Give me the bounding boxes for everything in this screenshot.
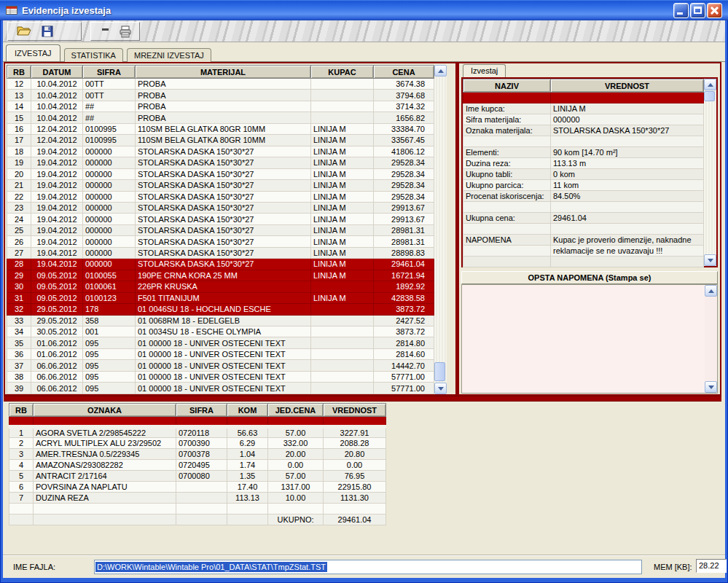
scrollbar-track[interactable]	[705, 297, 717, 381]
detail-row[interactable]: Oznaka materijala: STOLARSKA DASKA 150*3…	[463, 125, 704, 136]
detail-scrollbar[interactable]	[704, 79, 716, 266]
item-row[interactable]	[9, 504, 386, 514]
cell-naziv	[463, 93, 551, 103]
cell-jed-cena: 10.00	[268, 493, 324, 504]
report-row[interactable]: 31 09.05.2012 0100123 F501 TITANIJUM LIN…	[7, 292, 434, 303]
reports-table-body: 12 10.04.2012 00TT PROBA 3674.38 13 10.0…	[7, 79, 434, 394]
arrow-down-icon	[708, 386, 714, 389]
save-button[interactable]	[39, 23, 56, 39]
cell-materijal: 190PE CRNA KORA 25 MM	[136, 270, 311, 281]
report-row[interactable]: 28 19.04.2012 000000 STOLARSKA DASKA 150…	[7, 259, 434, 270]
detail-row[interactable]	[463, 224, 704, 235]
report-row[interactable]: 24 19.04.2012 000000 STOLARSKA DASKA 150…	[7, 214, 434, 224]
cell-rb: 21	[7, 180, 31, 191]
scrollbar-track[interactable]	[434, 77, 447, 383]
report-row[interactable]: 38 06.06.2012 095 01 00000 18 - UNIVER O…	[7, 371, 434, 382]
detail-row[interactable]: reklamacije se ne uvazavaju !!!	[463, 246, 704, 257]
tab-izvestaj[interactable]: IZVESTAJ	[6, 44, 60, 61]
detail-row[interactable]	[463, 93, 704, 103]
cell-materijal: 01 00000 18 - UNIVER OSTECENI TEXT	[136, 371, 311, 382]
report-row[interactable]: 27 19.04.2012 000000 STOLARSKA DASKA 150…	[7, 247, 434, 258]
detail-row[interactable]: Ukupno parcica: 11 kom	[463, 180, 704, 191]
report-row[interactable]: 17 12.04.2012 0100995 110SM BELA GLATKA …	[7, 135, 434, 146]
item-row[interactable]: 3 AMER.TRESNJA 0.5/229345 0700378 1.04 2…	[9, 449, 386, 460]
item-row[interactable]: 4 AMAZONAS/293082282 0720495 1.74 0.00 0…	[9, 460, 386, 471]
cell-vrednost: 22915.80	[324, 482, 386, 493]
print-button[interactable]	[118, 23, 132, 39]
detail-row[interactable]: Procenat iskoriscenja: 84.50%	[463, 191, 704, 202]
scroll-up-button[interactable]	[434, 65, 447, 77]
cell-rb: 25	[7, 224, 31, 235]
scroll-up-button[interactable]	[705, 285, 717, 297]
item-row[interactable]: 6 POVRSINA ZA NAPLATU 17.40 1317.00 2291…	[9, 482, 386, 493]
report-row[interactable]: 34 30.05.2012 001 01 0034SU 18 - ESCHE O…	[7, 326, 434, 337]
opsta-napomena-title: OPSTA NAPOMENA (Stampa se)	[461, 271, 718, 284]
opsta-scrollbar[interactable]	[705, 285, 717, 393]
cell-cena: 29528.34	[374, 180, 434, 191]
cell-sifra: 000000	[83, 202, 136, 213]
horizontal-splitter[interactable]	[4, 396, 721, 402]
detail-row[interactable]	[463, 257, 704, 267]
opsta-napomena-textarea[interactable]	[462, 285, 705, 393]
detail-row[interactable]: Duzina reza: 113.13 m	[463, 158, 704, 169]
report-row[interactable]: 15 10.04.2012 ## PROBA 1656.82	[7, 112, 434, 123]
report-row[interactable]: 37 06.06.2012 095 01 00000 18 - UNIVER O…	[7, 360, 434, 371]
report-row[interactable]: 14 10.04.2012 ## PROBA 3714.32	[7, 101, 434, 111]
titlebar[interactable]: Evidencija izvestaja	[0, 0, 728, 20]
remove-button[interactable]	[98, 23, 112, 39]
detail-row[interactable]: Ukupna cena: 29461.04	[463, 213, 704, 224]
detail-row[interactable]: Ime kupca: LINIJA M	[463, 103, 704, 114]
detail-row[interactable]: NAPOMENA Kupac je proverio dimenzije, na…	[463, 235, 704, 246]
cell-kupac	[311, 281, 374, 292]
scroll-down-button[interactable]	[705, 381, 717, 393]
cell-rb: 16	[7, 123, 31, 134]
item-row[interactable]: 1 AGORA SVETLA 2/298545222 0720118 56.63…	[9, 427, 386, 438]
report-row[interactable]: 13 10.04.2012 00TT PROBA 3794.68	[7, 90, 434, 101]
scrollbar-track[interactable]	[704, 90, 716, 254]
scrollbar-thumb[interactable]	[704, 91, 715, 101]
report-row[interactable]: 12 10.04.2012 00TT PROBA 3674.38	[7, 79, 434, 90]
detail-row[interactable]: Elementi: 90 kom [14.70 m²]	[463, 147, 704, 158]
report-row[interactable]: 16 12.04.2012 0100995 110SM BELA GLATKA …	[7, 123, 434, 134]
report-row[interactable]: 22 19.04.2012 000000 STOLARSKA DASKA 150…	[7, 191, 434, 202]
close-button[interactable]	[707, 3, 722, 18]
detail-row[interactable]	[463, 136, 704, 147]
cell-kupac: LINIJA M	[311, 236, 374, 247]
open-file-button[interactable]	[15, 23, 33, 39]
file-path-input[interactable]: D:\WORK\Wintable\Wintable Pro\01_DATA\ST…	[94, 560, 642, 574]
report-row[interactable]: 32 29.05.2012 178 01 0046SU 18 - HOCHLAN…	[7, 304, 434, 315]
detail-row[interactable]	[463, 202, 704, 213]
report-row[interactable]: 21 19.04.2012 000000 STOLARSKA DASKA 150…	[7, 180, 434, 191]
item-row[interactable]: 7 DUZINA REZA 113.13 10.00 1131.30	[9, 493, 386, 504]
item-row[interactable]: 2 ACRYL MULTIPLEX ALU 23/29502 0700390 6…	[9, 438, 386, 449]
report-row[interactable]: 26 19.04.2012 000000 STOLARSKA DASKA 150…	[7, 236, 434, 247]
item-row[interactable]: UKUPNO: 29461.04	[9, 514, 386, 525]
tab-izvestaj-detail[interactable]: Izvestaj	[463, 64, 506, 77]
scroll-up-button[interactable]	[704, 79, 716, 90]
report-row[interactable]: 23 19.04.2012 000000 STOLARSKA DASKA 150…	[7, 202, 434, 213]
detail-row[interactable]: Ukupno tabli: 0 kom	[463, 169, 704, 180]
maximize-button[interactable]	[690, 3, 705, 18]
cell-rb: 30	[7, 281, 31, 292]
scroll-down-button[interactable]	[704, 254, 716, 266]
report-row[interactable]: 33 29.05.2012 358 01 0068RM 18 - EDELGEL…	[7, 315, 434, 326]
tab-statistika[interactable]: STATISTIKA	[64, 48, 123, 62]
upper-panel: RBDATUMSIFRAMATERIJALKUPACCENA 12 10.04.…	[4, 62, 721, 396]
item-row[interactable]: 5 ANTRACIT 2/17164 0700080 1.35 57.00 76…	[9, 471, 386, 482]
report-row[interactable]: 39 06.06.2012 095 01 00000 18 - UNIVER O…	[7, 383, 434, 394]
minimize-button[interactable]	[673, 3, 689, 18]
report-row[interactable]: 36 01.06.2012 095 01 00000 18 - UNIVER O…	[7, 348, 434, 359]
report-row[interactable]: 20 19.04.2012 000000 STOLARSKA DASKA 150…	[7, 168, 434, 179]
report-row[interactable]: 30 09.05.2012 0100061 226PR KRUSKA 1892.…	[7, 281, 434, 292]
item-row[interactable]	[9, 417, 386, 427]
scroll-down-button[interactable]	[434, 383, 447, 394]
scrollbar-thumb[interactable]	[434, 362, 445, 381]
report-row[interactable]: 29 09.05.2012 0100055 190PE CRNA KORA 25…	[7, 270, 434, 281]
report-row[interactable]: 19 19.04.2012 000000 STOLARSKA DASKA 150…	[7, 157, 434, 168]
reports-scrollbar[interactable]	[434, 65, 447, 394]
report-row[interactable]: 18 19.04.2012 000000 STOLARSKA DASKA 150…	[7, 146, 434, 157]
detail-row[interactable]: Sifra materijala: 000000	[463, 114, 704, 125]
report-row[interactable]: 35 01.06.2012 095 01 00000 18 - UNIVER O…	[7, 337, 434, 348]
tab-mrezni-izvestaj[interactable]: MREZNI IZVESTAJ	[127, 48, 211, 62]
report-row[interactable]: 25 19.04.2012 000000 STOLARSKA DASKA 150…	[7, 224, 434, 235]
